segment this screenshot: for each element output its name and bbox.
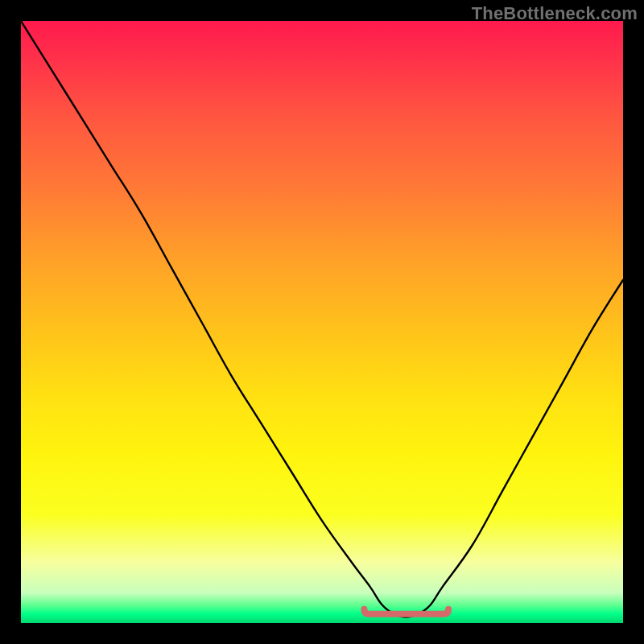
watermark-text: TheBottleneck.com: [472, 3, 638, 24]
chart-frame: TheBottleneck.com: [0, 0, 644, 644]
bottleneck-curve: [21, 21, 623, 623]
plot-area: [21, 21, 623, 623]
